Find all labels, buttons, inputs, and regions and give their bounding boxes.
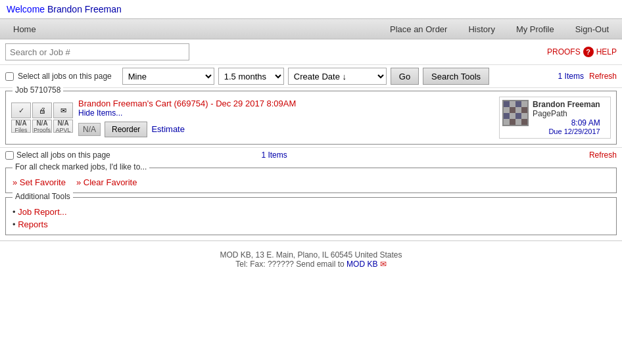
items-count-top: 1 Items	[558, 72, 584, 81]
search-row: PROOFS ? HELP	[0, 39, 622, 65]
svg-rect-5	[504, 107, 510, 113]
footer: MOD KB, 13 E. Main, Plano, IL 60545 Unit…	[0, 246, 622, 273]
footer-line2-pre: Tel: Fax: ?????? Send email to	[235, 260, 347, 269]
checked-links: Set Favorite Clear Favorite	[12, 177, 610, 187]
email-icon: ✉	[380, 260, 387, 269]
files-label-cell: N/A Files	[11, 120, 31, 133]
svg-rect-7	[515, 107, 521, 113]
clear-favorite-link[interactable]: Clear Favorite	[76, 177, 137, 187]
svg-rect-10	[510, 113, 515, 119]
job-info: Brandon Freeman's Cart (669754) - Dec 29…	[78, 99, 494, 137]
proofs-label-cell: N/A Proofs	[32, 120, 52, 133]
additional-tools-title: Additional Tools	[12, 192, 73, 201]
nav-sign-out[interactable]: Sign-Out	[569, 20, 615, 38]
reorder-button[interactable]: Reorder	[105, 122, 147, 137]
svg-rect-16	[521, 119, 527, 125]
nav-left: Home	[7, 20, 43, 38]
hide-items-link[interactable]: Hide Items...	[78, 108, 494, 118]
svg-rect-8	[521, 107, 527, 113]
items-count-bottom: 1 Items	[261, 150, 287, 160]
svg-rect-14	[510, 119, 515, 125]
filter-row: Select all jobs on this page Mine 1.5 mo…	[0, 65, 622, 88]
checked-jobs-title: For all check marked jobs, I'd like to..…	[12, 162, 149, 171]
proofs-label[interactable]: PROOFS	[547, 47, 581, 57]
refresh-link-bottom[interactable]: Refresh	[589, 150, 617, 160]
check-button[interactable]: ✓	[11, 102, 31, 118]
help-label[interactable]: HELP	[596, 47, 617, 57]
job-card: ✓ 🖨 ✉ N/A Files N/A Proofs N/A APVL	[6, 91, 616, 144]
nav-home[interactable]: Home	[7, 20, 43, 38]
nav-place-order[interactable]: Place an Order	[383, 20, 454, 38]
items-row-bottom: Select all jobs on this page 1 Items Ref…	[0, 147, 622, 162]
additional-tools-group: Additional Tools Job Report... Reports	[5, 197, 617, 235]
select-all-checkbox-bottom[interactable]	[5, 151, 14, 160]
svg-rect-1	[504, 101, 510, 107]
job-group: Job 5710758 ✓ 🖨 ✉ N/A Files N/A Proofs N…	[5, 91, 617, 145]
date-select[interactable]: Create Date ↓	[288, 68, 387, 85]
job-sub-actions: N/A Reorder Estimate	[78, 122, 494, 137]
thumb-details: Brandon Freeman PagePath 8:09 AM Due 12/…	[533, 100, 600, 135]
footer-divider	[0, 240, 622, 241]
proofs-text: Proofs	[34, 127, 51, 133]
apvl-label-cell: N/A APVL	[53, 120, 73, 133]
action-row-top: ✓ 🖨 ✉	[11, 102, 73, 118]
search-tools-button[interactable]: Search Tools	[423, 68, 489, 85]
files-text: Files	[14, 127, 27, 133]
label-row: N/A Files N/A Proofs N/A APVL	[11, 120, 73, 133]
job-thumbnail: Brandon Freeman PagePath 8:09 AM Due 12/…	[499, 97, 611, 139]
help-icon[interactable]: ?	[583, 47, 594, 57]
job-report-link[interactable]: Job Report...	[12, 207, 610, 217]
job-actions: ✓ 🖨 ✉ N/A Files N/A Proofs N/A APVL	[11, 102, 73, 133]
search-input[interactable]	[5, 43, 189, 60]
nav-bar: Home Place an Order History My Profile S…	[0, 18, 622, 39]
thumb-image	[502, 100, 529, 126]
na-status: N/A	[78, 123, 101, 136]
na-proofs: N/A	[36, 120, 47, 127]
refresh-link-top[interactable]: Refresh	[589, 72, 617, 81]
set-favorite-link[interactable]: Set Favorite	[12, 177, 66, 187]
footer-line2: Tel: Fax: ?????? Send email to MOD KB ✉	[4, 260, 618, 269]
select-all-label-bottom: Select all jobs on this page	[16, 150, 110, 160]
quilt-svg	[504, 101, 527, 125]
svg-rect-12	[521, 113, 527, 119]
thumb-name: Brandon Freeman	[533, 100, 600, 109]
email-button[interactable]: ✉	[53, 102, 73, 118]
proofs-help: PROOFS ? HELP	[547, 47, 617, 57]
nav-my-profile[interactable]: My Profile	[510, 20, 561, 38]
print-button[interactable]: 🖨	[32, 102, 52, 118]
footer-line1: MOD KB, 13 E. Main, Plano, IL 60545 Unit…	[4, 250, 618, 260]
job-group-title: Job 5710758	[12, 85, 63, 95]
svg-rect-9	[504, 113, 510, 119]
footer-mod-kb-link[interactable]: MOD KB	[347, 260, 377, 269]
svg-rect-2	[510, 101, 515, 107]
svg-rect-13	[504, 119, 510, 125]
thumb-due: Due 12/29/2017	[533, 127, 600, 135]
select-all-checkbox-top[interactable]	[5, 72, 14, 81]
svg-rect-3	[515, 101, 521, 107]
thumb-time: 8:09 AM	[533, 118, 600, 127]
nav-right: Place an Order History My Profile Sign-O…	[383, 20, 615, 38]
user-name: Brandon Freeman	[47, 4, 122, 14]
na-files: N/A	[15, 120, 26, 127]
thumb-sub: PagePath	[533, 109, 600, 118]
svg-rect-6	[510, 107, 515, 113]
reports-link[interactable]: Reports	[12, 219, 610, 229]
estimate-link[interactable]: Estimate	[151, 124, 185, 134]
go-button[interactable]: Go	[391, 68, 419, 85]
svg-rect-11	[515, 113, 521, 119]
nav-history[interactable]: History	[462, 20, 501, 38]
checked-jobs-group: For all check marked jobs, I'd like to..…	[5, 168, 617, 193]
months-select[interactable]: 1.5 months	[218, 68, 284, 85]
welcome-text: Welcome	[7, 4, 45, 14]
svg-rect-4	[521, 101, 527, 107]
svg-rect-15	[515, 119, 521, 125]
apvl-text: APVL	[55, 127, 70, 133]
na-apvl: N/A	[57, 120, 68, 127]
mine-select[interactable]: Mine	[122, 68, 214, 85]
welcome-bar: Welcome Brandon Freeman	[0, 0, 622, 18]
select-all-label-top: Select all jobs on this page	[18, 72, 112, 81]
job-title[interactable]: Brandon Freeman's Cart (669754) - Dec 29…	[78, 99, 494, 108]
